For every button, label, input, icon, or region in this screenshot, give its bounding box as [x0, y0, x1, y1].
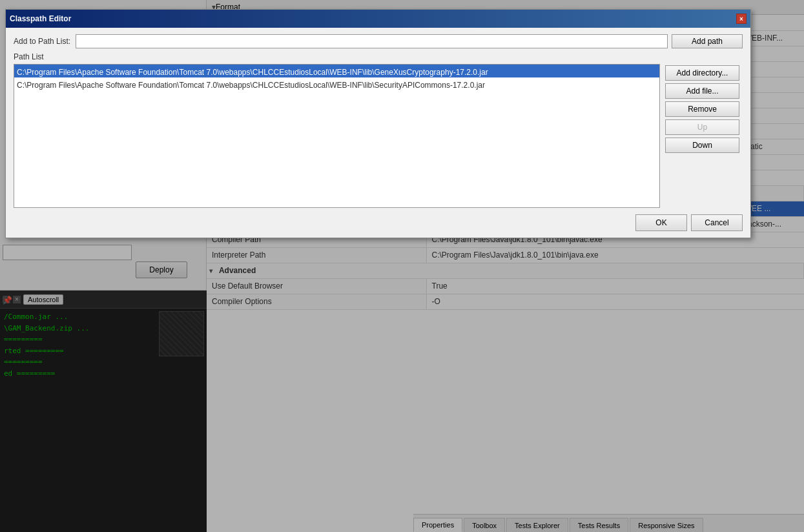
- path-list-item[interactable]: C:\Program Files\Apache Software Foundat…: [14, 65, 659, 77]
- dialog-right-buttons: Add directory... Add file... Remove Up D…: [665, 52, 743, 208]
- add-directory-button[interactable]: Add directory...: [665, 65, 739, 81]
- dialog-bottom-buttons: OK Cancel: [14, 212, 743, 231]
- path-list-box[interactable]: C:\Program Files\Apache Software Foundat…: [14, 64, 660, 208]
- down-button[interactable]: Down: [665, 138, 739, 153]
- dialog-titlebar: Classpath Editor ×: [6, 10, 750, 28]
- path-list-label: Path List: [14, 52, 660, 61]
- add-to-path-label: Add to Path List:: [14, 37, 72, 46]
- dialog-body: Add to Path List: Add path Path List C:\…: [6, 28, 750, 238]
- ok-button[interactable]: OK: [635, 214, 687, 231]
- path-list-item[interactable]: C:\Program Files\Apache Software Foundat…: [14, 77, 659, 90]
- add-to-path-input[interactable]: [76, 34, 668, 48]
- path-list-container: Path List C:\Program Files\Apache Softwa…: [14, 52, 660, 208]
- classpath-editor-dialog: Classpath Editor × Add to Path List: Add…: [5, 9, 751, 238]
- add-path-button[interactable]: Add path: [672, 34, 743, 48]
- dialog-content-area: Path List C:\Program Files\Apache Softwa…: [14, 52, 743, 208]
- dialog-title: Classpath Editor: [10, 14, 71, 23]
- add-to-path-row: Add to Path List: Add path: [14, 34, 743, 48]
- dialog-close-button[interactable]: ×: [736, 14, 747, 24]
- up-button[interactable]: Up: [665, 119, 739, 135]
- cancel-button[interactable]: Cancel: [691, 214, 743, 231]
- remove-button[interactable]: Remove: [665, 101, 739, 117]
- add-file-button[interactable]: Add file...: [665, 83, 739, 99]
